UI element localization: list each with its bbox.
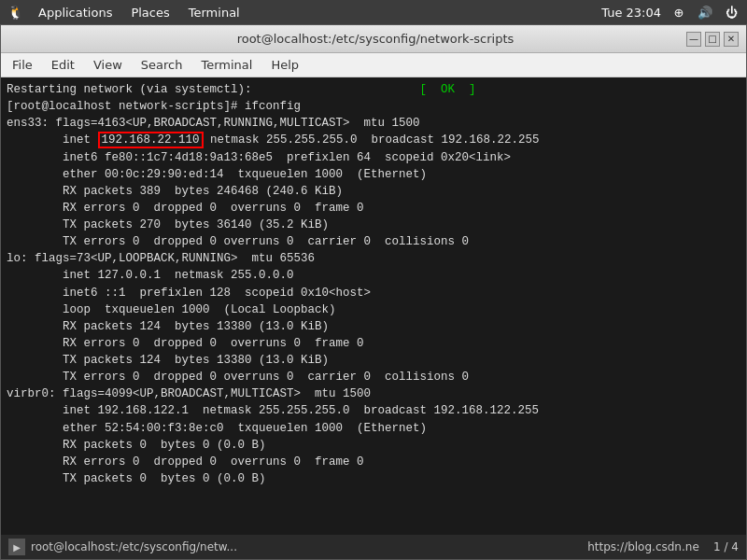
- network-icon: ⊕: [670, 4, 687, 21]
- power-icon: ⏻: [723, 4, 740, 21]
- status-left: ▶ root@localhost:/etc/sysconfig/netw...: [8, 539, 237, 555]
- terminal-line: inet 192.168.22.110 netmask 255.255.255.…: [7, 132, 740, 148]
- terminal-line: loop txqueuelen 1000 (Local Loopback): [7, 301, 740, 318]
- status-page: 1 / 4: [713, 540, 739, 553]
- ok-status: [ OK ]: [420, 83, 476, 96]
- terminal-window: root@localhost:/etc/sysconfig/network-sc…: [0, 24, 747, 560]
- terminal-line: RX packets 124 bytes 13380 (13.0 KiB): [7, 318, 740, 335]
- menu-bar: File Edit View Search Terminal Help: [1, 53, 746, 77]
- menu-help[interactable]: Help: [263, 56, 306, 74]
- terminal-line: virbr0: flags=4099<UP,BROADCAST,MULTICAS…: [7, 385, 740, 402]
- system-bar: 🐧 Applications Places Terminal Tue 23:04…: [0, 0, 747, 24]
- terminal-line: TX packets 124 bytes 13380 (13.0 KiB): [7, 352, 740, 369]
- status-right: https://blog.csdn.ne 1 / 4: [587, 540, 739, 553]
- menu-view[interactable]: View: [86, 56, 130, 74]
- terminal-line: TX errors 0 dropped 0 overruns 0 carrier…: [7, 369, 740, 385]
- terminal-line: [root@localhost network-scripts]# ifconf…: [7, 98, 740, 115]
- terminal-line: inet 127.0.0.1 netmask 255.0.0.0: [7, 267, 740, 284]
- terminal-status-icon: ▶: [8, 539, 25, 555]
- places-menu[interactable]: Places: [127, 4, 173, 21]
- menu-search[interactable]: Search: [134, 56, 190, 74]
- terminal-output[interactable]: Restarting network (via systemctl): [ OK…: [1, 77, 746, 535]
- terminal-line: RX errors 0 dropped 0 overruns 0 frame 0: [7, 200, 740, 217]
- terminal-line: ether 52:54:00:f3:8e:c0 txqueuelen 1000 …: [7, 420, 740, 437]
- terminal-line: RX errors 0 dropped 0 overruns 0 frame 0: [7, 454, 740, 470]
- terminal-line: RX packets 0 bytes 0 (0.0 B): [7, 437, 740, 454]
- sound-icon: 🔊: [697, 4, 713, 21]
- time-display: Tue 23:04: [601, 6, 661, 20]
- terminal-line: inet6 ::1 prefixlen 128 scopeid 0x10<hos…: [7, 285, 740, 301]
- terminal-line: ens33: flags=4163<UP,BROADCAST,RUNNING,M…: [7, 115, 740, 132]
- menu-edit[interactable]: Edit: [44, 56, 82, 74]
- terminal-line: TX errors 0 dropped 0 overruns 0 carrier…: [7, 233, 740, 250]
- terminal-line: TX packets 0 bytes 0 (0.0 B): [7, 470, 740, 487]
- app-icon: 🐧: [7, 5, 23, 20]
- maximize-button[interactable]: □: [705, 32, 720, 47]
- terminal-line: inet 192.168.122.1 netmask 255.255.255.0…: [7, 402, 740, 419]
- status-url: https://blog.csdn.ne: [587, 540, 699, 553]
- applications-menu[interactable]: Applications: [35, 4, 116, 21]
- title-bar: root@localhost:/etc/sysconfig/network-sc…: [1, 25, 746, 53]
- highlighted-ip-address: 192.168.22.110: [98, 132, 204, 148]
- terminal-line: inet6 fe80::1c7:4d18:9a13:68e5 prefixlen…: [7, 149, 740, 166]
- system-bar-right: Tue 23:04 ⊕ 🔊 ⏻: [601, 4, 740, 21]
- terminal-line: TX packets 270 bytes 36140 (35.2 KiB): [7, 217, 740, 233]
- window-title: root@localhost:/etc/sysconfig/network-sc…: [64, 32, 686, 46]
- close-button[interactable]: ✕: [724, 32, 739, 47]
- terminal-line: ether 00:0c:29:90:ed:14 txqueuelen 1000 …: [7, 166, 740, 183]
- minimize-button[interactable]: —: [686, 32, 701, 47]
- terminal-menu[interactable]: Terminal: [185, 4, 244, 21]
- status-bar: ▶ root@localhost:/etc/sysconfig/netw... …: [1, 535, 746, 559]
- system-bar-left: 🐧 Applications Places Terminal: [7, 4, 244, 21]
- window-controls: — □ ✕: [686, 32, 739, 47]
- status-path: root@localhost:/etc/sysconfig/netw...: [31, 540, 237, 553]
- terminal-line: RX packets 389 bytes 246468 (240.6 KiB): [7, 183, 740, 200]
- menu-file[interactable]: File: [5, 56, 40, 74]
- terminal-line: lo: flags=73<UP,LOOPBACK,RUNNING> mtu 65…: [7, 250, 740, 267]
- menu-terminal[interactable]: Terminal: [193, 56, 260, 74]
- terminal-line: RX errors 0 dropped 0 overruns 0 frame 0: [7, 335, 740, 352]
- terminal-line: Restarting network (via systemctl): [ OK…: [7, 81, 740, 98]
